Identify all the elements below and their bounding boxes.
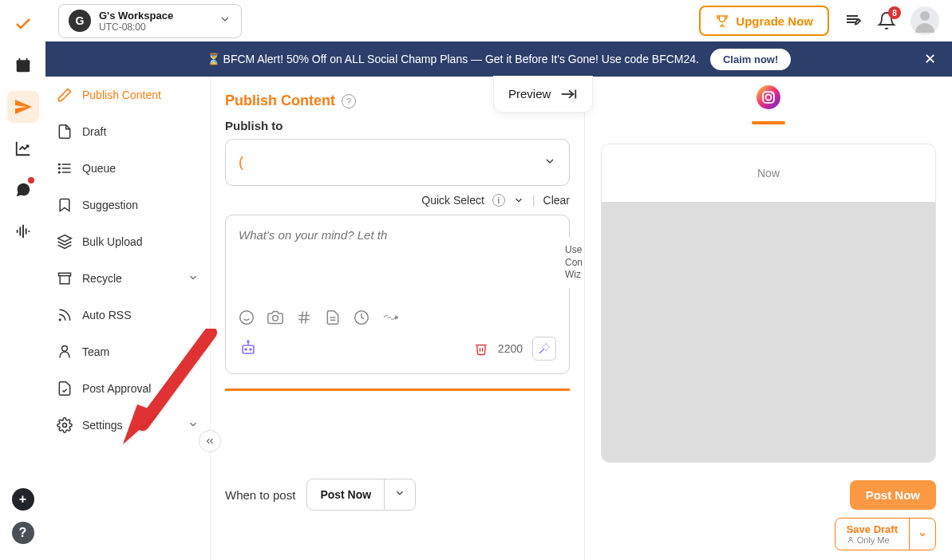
svg-point-39	[756, 85, 780, 109]
notes-icon[interactable]	[843, 11, 863, 30]
info-icon[interactable]: i	[492, 194, 505, 207]
svg-point-13	[59, 164, 61, 165]
sidebar-item-settings[interactable]: Settings	[45, 407, 210, 444]
chevron-down-icon	[188, 419, 199, 432]
svg-line-25	[302, 312, 303, 324]
rail-engage[interactable]	[7, 174, 39, 206]
list-icon	[57, 160, 73, 176]
quick-select-label[interactable]: Quick Select	[421, 194, 484, 207]
post-composer: 2200	[225, 215, 570, 374]
svg-point-36	[247, 341, 249, 342]
svg-point-15	[59, 172, 61, 173]
rail-listen[interactable]	[7, 215, 39, 247]
file-check-icon	[57, 381, 73, 396]
compose-panel: Publish Content ? Publish to ( Quick Sel…	[211, 77, 584, 560]
svg-rect-1	[16, 61, 30, 65]
bookmark-icon	[57, 197, 73, 213]
svg-point-20	[63, 424, 67, 428]
svg-rect-2	[18, 58, 20, 62]
archive-icon	[57, 270, 73, 286]
chevron-down-icon	[543, 155, 556, 171]
svg-point-34	[250, 349, 251, 350]
rail-logo[interactable]	[7, 8, 39, 40]
svg-point-19	[62, 346, 68, 352]
rail-analytics[interactable]	[7, 132, 39, 164]
banner-close-icon[interactable]: ✕	[924, 50, 936, 68]
content-wizard-tab[interactable]: Use Con Wiz	[557, 238, 586, 288]
magic-wand-button[interactable]	[532, 337, 556, 361]
svg-marker-31	[396, 316, 398, 319]
sidebar-item-recycle[interactable]: Recycle	[45, 260, 210, 297]
preview-post-card: Now	[601, 144, 936, 463]
publish-to-label: Publish to	[225, 119, 570, 132]
emoji-icon[interactable]	[239, 310, 255, 325]
svg-point-33	[245, 349, 247, 350]
workspace-selector[interactable]: G G's Workspace UTC-08:00	[58, 4, 242, 38]
hashtag-icon[interactable]	[296, 310, 312, 325]
banner-text: ⏳ BFCM Alert! 50% Off on ALL Social Cham…	[207, 53, 699, 65]
chevron-down-icon[interactable]	[513, 195, 524, 206]
preview-social-tabs	[585, 77, 952, 121]
svg-point-18	[59, 319, 61, 321]
chevron-down-icon	[219, 13, 231, 29]
trophy-icon	[715, 14, 729, 28]
preview-tab[interactable]: Preview	[493, 76, 593, 112]
svg-point-9	[920, 11, 930, 21]
character-count: 2200	[498, 342, 523, 355]
clock-icon[interactable]	[354, 310, 369, 325]
post-now-button[interactable]: Post Now	[850, 480, 936, 510]
when-to-post-select[interactable]: Post Now	[306, 479, 416, 511]
svg-point-21	[240, 311, 254, 325]
help-icon[interactable]: ?	[342, 94, 356, 108]
svg-marker-16	[58, 235, 72, 242]
chevron-down-icon[interactable]	[909, 519, 935, 550]
active-tab-indicator	[752, 121, 785, 124]
upgrade-button[interactable]: Upgrade Now	[699, 6, 829, 36]
icon-rail: + ?	[0, 0, 45, 560]
preview-timestamp: Now	[602, 144, 935, 202]
banner-cta-button[interactable]: Claim now!	[710, 49, 791, 70]
chevron-down-icon	[384, 479, 415, 510]
sidebar-collapse-toggle[interactable]	[199, 430, 221, 452]
topbar: G G's Workspace UTC-08:00 Upgrade Now 8	[45, 0, 952, 41]
trash-icon[interactable]	[474, 341, 488, 356]
gear-icon	[57, 417, 73, 433]
sidebar-item-publish-content[interactable]: Publish Content	[45, 77, 210, 113]
rss-icon	[57, 307, 73, 323]
instagram-tab[interactable]	[756, 85, 780, 112]
person-icon	[847, 536, 855, 544]
sidebar-item-queue[interactable]: Queue	[45, 150, 210, 187]
svg-rect-32	[243, 345, 254, 353]
rail-calendar[interactable]	[7, 49, 39, 81]
post-text-input[interactable]	[239, 228, 556, 300]
sidebar: Publish Content Draft Queue Suggestion B…	[45, 77, 211, 560]
link-icon[interactable]	[382, 310, 398, 325]
file-icon[interactable]	[325, 310, 341, 325]
workspace-avatar: G	[69, 10, 91, 32]
page-title: Publish Content	[225, 93, 335, 109]
rail-publish[interactable]	[7, 91, 39, 123]
notifications-icon[interactable]: 8	[877, 11, 896, 30]
sidebar-item-auto-rss[interactable]: Auto RSS	[45, 297, 210, 333]
rail-help-button[interactable]: ?	[12, 522, 34, 544]
save-draft-button[interactable]: Save Draft Only Me	[835, 518, 936, 550]
ai-robot-icon[interactable]	[239, 339, 258, 358]
svg-line-26	[306, 312, 307, 324]
sidebar-item-draft[interactable]: Draft	[45, 113, 210, 150]
progress-indicator	[225, 388, 570, 391]
arrow-right-icon	[560, 88, 578, 101]
sidebar-item-bulk-upload[interactable]: Bulk Upload	[45, 223, 210, 260]
notification-badge: 8	[888, 6, 901, 19]
sidebar-item-team[interactable]: Team	[45, 333, 210, 370]
clear-button[interactable]: Clear	[543, 194, 570, 207]
svg-rect-3	[26, 58, 27, 62]
sidebar-item-suggestion[interactable]: Suggestion	[45, 187, 210, 223]
rail-add-button[interactable]: +	[12, 488, 34, 511]
promo-banner: ⏳ BFCM Alert! 50% Off on ALL Social Cham…	[45, 41, 952, 77]
pencil-icon	[57, 87, 73, 103]
user-avatar[interactable]	[911, 6, 939, 35]
workspace-timezone: UTC-08:00	[99, 22, 211, 33]
sidebar-item-post-approval[interactable]: Post Approval	[45, 370, 210, 407]
publish-to-select[interactable]: (	[225, 139, 570, 186]
camera-icon[interactable]	[267, 310, 283, 325]
